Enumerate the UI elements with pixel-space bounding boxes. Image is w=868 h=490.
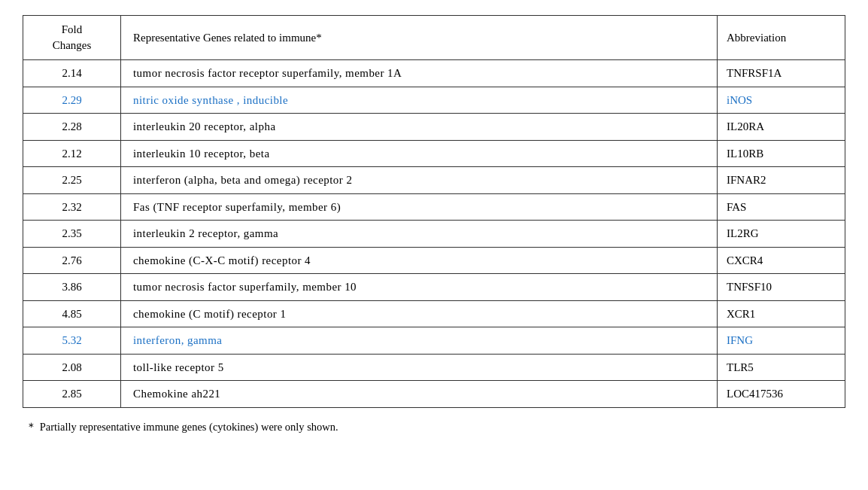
fold-value: 2.85	[23, 381, 121, 408]
table-header-row: FoldChanges Representative Genes related…	[23, 16, 845, 60]
data-table: FoldChanges Representative Genes related…	[23, 15, 845, 408]
abbreviation-value: IL20RA	[718, 114, 845, 141]
table-row: 2.25interferon (alpha, beta and omega) r…	[23, 167, 845, 194]
table-row: 2.28interleukin 20 receptor, alphaIL20RA	[23, 114, 845, 141]
table-row: 2.76chemokine (C-X-C motif) receptor 4CX…	[23, 247, 845, 274]
gene-name: nitric oxide synthase , inducible	[121, 87, 718, 114]
table-row: 3.86tumor necrosis factor superfamily, m…	[23, 274, 845, 301]
table-body: 2.14tumor necrosis factor receptor super…	[23, 60, 845, 408]
table-row: 5.32interferon, gammaIFNG	[23, 327, 845, 355]
fold-value: 2.12	[23, 140, 121, 167]
gene-name: toll-like receptor 5	[121, 354, 718, 381]
table-row: 2.32Fas (TNF receptor superfamily, membe…	[23, 193, 845, 221]
fold-value: 5.32	[23, 327, 121, 355]
gene-name: Fas (TNF receptor superfamily, member 6)	[121, 193, 718, 221]
fold-value: 2.76	[23, 247, 121, 274]
fold-value: 2.28	[23, 114, 121, 141]
abbreviation-value: IL2RG	[718, 221, 845, 248]
genes-header: Representative Genes related to immune*	[121, 16, 718, 60]
abbreviation-value: CXCR4	[718, 247, 845, 274]
fold-value: 2.14	[23, 60, 121, 87]
table-row: 2.14tumor necrosis factor receptor super…	[23, 60, 845, 87]
abbreviation-header: Abbreviation	[718, 16, 845, 60]
fold-value: 2.25	[23, 167, 121, 194]
table-row: 4.85chemokine (C motif) receptor 1XCR1	[23, 300, 845, 327]
table-row: 2.35interleukin 2 receptor, gammaIL2RG	[23, 221, 845, 248]
gene-name: tumor necrosis factor superfamily, membe…	[121, 274, 718, 301]
fold-value: 4.85	[23, 300, 121, 327]
gene-name: tumor necrosis factor receptor superfami…	[121, 60, 718, 87]
gene-name: interleukin 2 receptor, gamma	[121, 221, 718, 248]
gene-name: interferon (alpha, beta and omega) recep…	[121, 167, 718, 194]
abbreviation-value: TNFRSF1A	[718, 60, 845, 87]
table-row: 2.12interleukin 10 receptor, betaIL10RB	[23, 140, 845, 167]
gene-name: chemokine (C-X-C motif) receptor 4	[121, 247, 718, 274]
abbreviation-value: IL10RB	[718, 140, 845, 167]
fold-value: 2.35	[23, 221, 121, 248]
fold-changes-header: FoldChanges	[23, 16, 121, 60]
table-row: 2.08toll-like receptor 5TLR5	[23, 354, 845, 381]
gene-name: chemokine (C motif) receptor 1	[121, 300, 718, 327]
abbreviation-value: XCR1	[718, 300, 845, 327]
fold-value: 2.32	[23, 193, 121, 221]
fold-value: 2.08	[23, 354, 121, 381]
gene-name: Chemokine ah221	[121, 381, 718, 408]
abbreviation-value: iNOS	[718, 87, 845, 114]
gene-name: interleukin 10 receptor, beta	[121, 140, 718, 167]
gene-name: interleukin 20 receptor, alpha	[121, 114, 718, 141]
fold-value: 3.86	[23, 274, 121, 301]
abbreviation-value: TNFSF10	[718, 274, 845, 301]
abbreviation-value: IFNG	[718, 327, 845, 355]
gene-name: interferon, gamma	[121, 327, 718, 355]
abbreviation-value: TLR5	[718, 354, 845, 381]
table-row: 2.29nitric oxide synthase , inducibleiNO…	[23, 87, 845, 114]
main-table-wrapper: FoldChanges Representative Genes related…	[23, 15, 845, 436]
abbreviation-value: LOC417536	[718, 381, 845, 408]
table-footnote: ＊ Partially representative immune genes …	[23, 418, 845, 436]
table-row: 2.85Chemokine ah221LOC417536	[23, 381, 845, 408]
abbreviation-value: IFNAR2	[718, 167, 845, 194]
abbreviation-value: FAS	[718, 193, 845, 221]
fold-value: 2.29	[23, 87, 121, 114]
